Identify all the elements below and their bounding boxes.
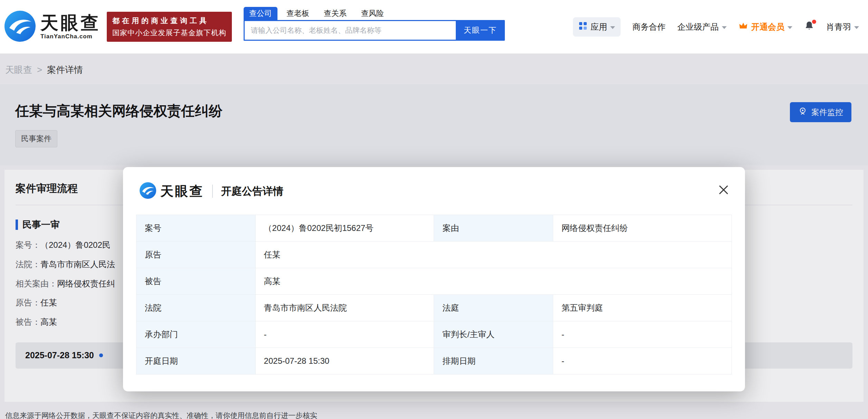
tianyancha-eye-icon: [4, 11, 36, 43]
tab-search-relation[interactable]: 查关系: [318, 7, 352, 20]
divider: [212, 185, 213, 198]
tab-search-risk[interactable]: 查风险: [356, 7, 389, 20]
nav-vip-upgrade[interactable]: 开通会员: [738, 21, 792, 32]
cell-value: 2025-07-28 15:30: [255, 348, 434, 374]
table-row: 法院 青岛市市南区人民法院 法庭 第五审判庭: [136, 295, 732, 321]
cell-label: 法庭: [434, 295, 553, 321]
apps-grid-icon: [578, 21, 587, 32]
close-icon[interactable]: [717, 184, 730, 196]
search-input[interactable]: [244, 20, 456, 41]
table-row: 被告 高某: [136, 268, 732, 295]
cell-label: 原告: [136, 242, 256, 268]
hearing-detail-modal: 天眼查 开庭公告详情 案号 （2024）鲁0202民初15627号 案由 网络侵…: [123, 167, 745, 391]
nav-business-cooperation-label: 商务合作: [632, 21, 666, 32]
cell-label: 开庭日期: [136, 348, 256, 374]
tab-search-company[interactable]: 查公司: [244, 7, 277, 20]
crown-icon: [738, 21, 748, 32]
brand-slogan-badge: 都在用的商业查询工具 国家中小企业发展子基金旗下机构: [107, 12, 232, 42]
cell-label: 排期日期: [434, 348, 553, 374]
slogan-line2: 国家中小企业发展子基金旗下机构: [112, 28, 226, 38]
search-block: 查公司 查老板 查关系 查风险 天眼一下: [244, 7, 505, 41]
chevron-down-icon: [854, 26, 859, 29]
search-tabs: 查公司 查老板 查关系 查风险: [244, 7, 505, 20]
cell-value: -: [553, 321, 732, 348]
table-row: 开庭日期 2025-07-28 15:30 排期日期 -: [136, 348, 732, 374]
chevron-down-icon: [787, 26, 792, 29]
header-nav: 应用 商务合作 企业级产品 开通会员: [573, 17, 859, 37]
cell-label: 案由: [434, 215, 553, 242]
nav-enterprise-products[interactable]: 企业级产品: [677, 21, 727, 32]
tab-search-boss[interactable]: 查老板: [281, 7, 315, 20]
nav-vip-label: 开通会员: [751, 21, 784, 32]
modal-header: 天眼查 开庭公告详情: [136, 182, 732, 200]
header: 天眼查 TianYanCha.com 都在用的商业查询工具 国家中小企业发展子基…: [0, 0, 868, 53]
table-row: 承办部门 - 审判长/主审人 -: [136, 321, 732, 348]
brand-logo[interactable]: 天眼查 TianYanCha.com: [4, 11, 101, 43]
cell-value: 第五审判庭: [553, 295, 732, 321]
cell-value: -: [553, 348, 732, 374]
nav-enterprise-products-label: 企业级产品: [677, 21, 719, 32]
table-row: 原告 任某: [136, 242, 732, 268]
hearing-detail-table: 案号 （2024）鲁0202民初15627号 案由 网络侵权责任纠纷 原告 任某…: [136, 215, 732, 374]
cell-value: 任某: [255, 242, 732, 268]
cell-value: -: [255, 321, 434, 348]
notification-dot: [812, 20, 816, 24]
table-row: 案号 （2024）鲁0202民初15627号 案由 网络侵权责任纠纷: [136, 215, 732, 242]
cell-value: 高某: [255, 268, 732, 295]
brand-name: 天眼查: [40, 13, 101, 32]
modal-brand: 天眼查: [160, 183, 204, 200]
tianyancha-eye-icon: [140, 182, 156, 200]
nav-user-menu[interactable]: 肖青羽: [826, 21, 859, 32]
cell-value: 青岛市市南区人民法院: [255, 295, 434, 321]
username: 肖青羽: [826, 21, 851, 32]
cell-label: 法院: [136, 295, 256, 321]
nav-business-cooperation[interactable]: 商务合作: [632, 21, 666, 32]
nav-apps-label: 应用: [591, 21, 607, 32]
cell-label: 承办部门: [136, 321, 256, 348]
cell-label: 案号: [136, 215, 256, 242]
search-button[interactable]: 天眼一下: [456, 20, 505, 41]
slogan-line1: 都在用的商业查询工具: [112, 16, 226, 26]
cell-value: （2024）鲁0202民初15627号: [255, 215, 434, 242]
cell-label: 审判长/主审人: [434, 321, 553, 348]
notification-button[interactable]: [804, 21, 814, 33]
cell-value: 网络侵权责任纠纷: [553, 215, 732, 242]
cell-label: 被告: [136, 268, 256, 295]
brand-domain: TianYanCha.com: [40, 33, 101, 40]
nav-apps[interactable]: 应用: [573, 17, 621, 37]
chevron-down-icon: [610, 26, 615, 29]
modal-title: 开庭公告详情: [221, 184, 283, 198]
chevron-down-icon: [722, 26, 727, 29]
